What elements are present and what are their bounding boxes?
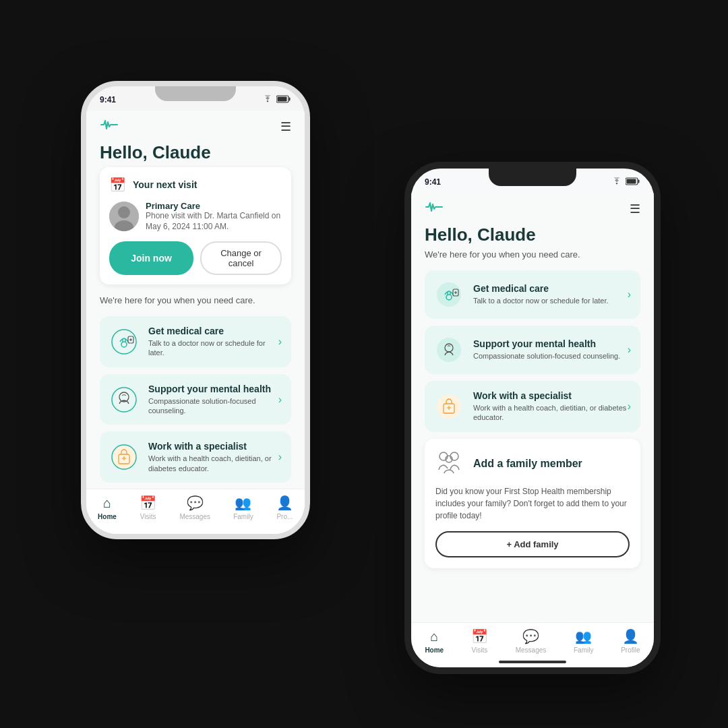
change-cancel-button[interactable]: Change or cancel — [200, 241, 282, 275]
visit-card-header: 📅 Your next visit — [109, 177, 282, 193]
nav-home-label-front: Home — [425, 646, 444, 654]
family-title: Add a family member — [473, 458, 582, 470]
medical-icon-back — [109, 327, 139, 357]
messages-nav-icon-front: 💬 — [522, 628, 539, 644]
greeting-back: Hello, Claude — [100, 142, 291, 163]
care-text-medical-back: Get medical care Talk to a doctor now or… — [148, 326, 282, 358]
family-nav-icon-back: 👥 — [235, 495, 251, 511]
arrow-icon-mental-front: › — [628, 344, 631, 356]
care-card-medical-front[interactable]: Get medical care Talk to a doctor now or… — [425, 270, 640, 319]
nav-messages-back[interactable]: 💬 Messages — [179, 495, 210, 520]
front-screen: ☰ Hello, Claude We're here for you when … — [411, 193, 654, 620]
subtitle-front: We're here for you when you need care. — [425, 249, 640, 260]
messages-nav-icon-back: 💬 — [187, 495, 204, 511]
scene: 9:41 ☰ Hello, Claude — [0, 0, 728, 728]
care-text-mental-front: Support your mental health Compassionate… — [473, 338, 620, 361]
visit-details: Primary Care Phone visit with Dr. Marta … — [109, 201, 282, 232]
time-back: 9:41 — [100, 95, 116, 104]
join-now-button[interactable]: Join now — [109, 241, 193, 275]
nav-visits-front[interactable]: 📅 Visits — [471, 628, 488, 654]
top-nav-front: ☰ — [411, 193, 654, 224]
care-card-specialist-back[interactable]: Work with a specialist Work with a healt… — [100, 431, 291, 483]
subtitle-back: We're here for you when you need care. — [100, 295, 291, 305]
visits-nav-icon-back: 📅 — [140, 495, 156, 511]
nav-profile-label-front: Profile — [621, 646, 640, 654]
specialist-icon-front — [434, 392, 464, 421]
nav-profile-back[interactable]: 👤 Pro... — [276, 495, 293, 520]
svg-point-4 — [118, 206, 130, 218]
family-card: Add a family member Did you know your Fi… — [425, 439, 640, 568]
wifi-icon-front — [611, 177, 622, 187]
status-icons-front — [611, 177, 640, 187]
care-text-medical-front: Get medical care Talk to a doctor now or… — [473, 283, 609, 305]
battery-icon — [276, 95, 291, 105]
back-screen: ☰ Hello, Claude 📅 Your next visit — [86, 111, 305, 534]
bottom-nav-front: ⌂ Home 📅 Visits 💬 Messages 👥 Family 👤 Pr… — [411, 622, 654, 667]
nav-home-front[interactable]: ⌂ Home — [425, 629, 444, 654]
arrow-icon-specialist-back: › — [278, 451, 282, 463]
front-content: Hello, Claude We're here for you when yo… — [411, 224, 654, 575]
svg-rect-2 — [278, 96, 287, 101]
svg-rect-21 — [627, 179, 636, 183]
care-text-specialist-back: Work with a specialist Work with a healt… — [148, 441, 282, 473]
front-phone: 9:41 ☰ Hello, Claude — [404, 162, 661, 674]
specialist-icon-back — [109, 442, 139, 472]
family-card-header: Add a family member — [435, 450, 630, 479]
care-card-medical-back[interactable]: Get medical care Talk to a doctor now or… — [100, 316, 291, 367]
home-indicator-front — [499, 661, 566, 663]
time-front: 9:41 — [425, 177, 441, 187]
visit-actions: Join now Change or cancel — [109, 241, 282, 275]
top-nav-back: ☰ — [86, 111, 305, 142]
arrow-icon-mental-back: › — [278, 394, 282, 406]
wifi-icon — [262, 95, 273, 105]
nav-family-back[interactable]: 👥 Family — [233, 495, 253, 520]
medical-icon-front — [434, 280, 464, 309]
family-nav-icon-front: 👥 — [575, 628, 592, 644]
status-icons-back — [262, 95, 291, 105]
bottom-nav-back: ⌂ Home 📅 Visits 💬 Messages 👥 Family 👤 Pr… — [86, 489, 305, 534]
battery-icon-front — [626, 177, 640, 187]
nav-visits-back[interactable]: 📅 Visits — [140, 495, 156, 520]
care-card-mental-back[interactable]: Support your mental health Compassionate… — [100, 374, 291, 425]
hamburger-front[interactable]: ☰ — [630, 202, 640, 216]
arrow-icon-medical-back: › — [278, 336, 282, 348]
nav-family-front[interactable]: 👥 Family — [574, 628, 593, 654]
care-text-specialist-front: Work with a specialist Work with a healt… — [473, 390, 631, 423]
mental-icon-front — [434, 335, 464, 365]
nav-messages-front[interactable]: 💬 Messages — [516, 628, 547, 654]
nav-family-label-back: Family — [233, 513, 253, 520]
svg-rect-1 — [289, 97, 291, 100]
logo-front — [425, 201, 444, 216]
nav-messages-label-front: Messages — [516, 646, 547, 654]
arrow-icon-medical-front: › — [628, 289, 631, 301]
nav-visits-label-back: Visits — [140, 513, 156, 520]
arrow-icon-specialist-front: › — [628, 400, 631, 413]
profile-nav-icon-front: 👤 — [622, 628, 639, 644]
nav-profile-front[interactable]: 👤 Profile — [621, 628, 640, 654]
visit-card: 📅 Your next visit Primary Care — [100, 167, 291, 284]
care-text-mental-back: Support your mental health Compassionate… — [148, 384, 282, 416]
care-card-specialist-front[interactable]: Work with a specialist Work with a healt… — [425, 381, 640, 432]
hamburger-back[interactable]: ☰ — [280, 119, 291, 134]
notch-front — [489, 169, 576, 186]
svg-point-29 — [437, 338, 461, 362]
visits-nav-icon-front: 📅 — [471, 628, 488, 644]
calendar-icon: 📅 — [109, 177, 126, 193]
back-phone: 9:41 ☰ Hello, Claude — [81, 81, 310, 539]
nav-messages-label-back: Messages — [179, 513, 210, 520]
notch-back — [155, 86, 236, 101]
nav-home-back[interactable]: ⌂ Home — [98, 495, 117, 520]
home-nav-icon-front: ⌂ — [430, 629, 438, 644]
family-description: Did you know your First Stop Health memb… — [435, 485, 630, 522]
nav-family-label-front: Family — [574, 646, 593, 654]
home-nav-icon-back: ⌂ — [103, 495, 111, 511]
add-family-button[interactable]: + Add family — [435, 531, 630, 557]
nav-home-label-back: Home — [98, 513, 117, 520]
mental-icon-back — [109, 385, 139, 415]
doctor-avatar — [109, 202, 139, 231]
svg-point-13 — [112, 388, 136, 412]
care-card-mental-front[interactable]: Support your mental health Compassionate… — [425, 326, 640, 374]
greeting-front: Hello, Claude — [425, 224, 640, 245]
visit-info: Primary Care Phone visit with Dr. Marta … — [146, 201, 282, 232]
logo-back — [100, 119, 119, 134]
